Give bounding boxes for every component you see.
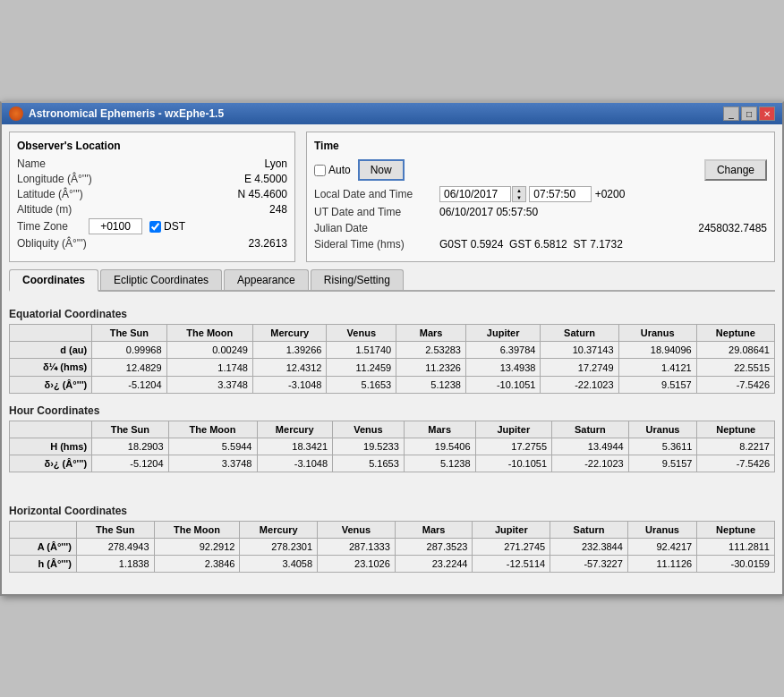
title-controls: _ □ ✕ [723, 106, 775, 121]
eq-col-empty [10, 325, 92, 342]
hr-row0-label: H (hms) [10, 438, 92, 455]
timezone-input[interactable] [89, 218, 142, 234]
sidereal-row: Sideral Time (hms) G0ST 0.5924 GST 6.581… [314, 238, 767, 251]
hz-row0-uranus: 92.4217 [627, 539, 696, 556]
hz-col-empty [10, 522, 77, 539]
table-row: d (au) 0.99968 0.00249 1.39266 1.51740 2… [10, 342, 775, 359]
eq-row0-mars: 2.53283 [396, 342, 466, 359]
eq-row2-mars: 5.1238 [396, 377, 466, 394]
hr-row0-mars: 19.5406 [404, 438, 475, 455]
eq-row1-moon: 1.1748 [166, 359, 252, 377]
hr-col-mars: Mars [404, 421, 475, 438]
obs-name-row: Name Lyon [17, 157, 287, 170]
gst-label: GST [509, 238, 532, 251]
hr-row0-venus: 19.5233 [333, 438, 405, 455]
dst-checkbox[interactable] [149, 221, 161, 233]
obs-altitude-row: Altitude (m) 248 [17, 203, 287, 216]
st-label: ST [573, 238, 586, 251]
obs-altitude-label: Altitude (m) [17, 203, 269, 216]
tab-appearance[interactable]: Appearance [224, 269, 309, 290]
equatorial-title: Equatorial Coordinates [9, 308, 775, 320]
ut-row: UT Date and Time 06/10/2017 05:57:50 [314, 206, 767, 218]
hz-col-mercury: Mercury [240, 522, 318, 539]
auto-checkbox[interactable] [314, 165, 326, 176]
close-button[interactable]: ✕ [759, 106, 775, 121]
local-date-input[interactable] [439, 186, 511, 202]
hour-header-row: The Sun The Moon Mercury Venus Mars Jupi… [10, 421, 775, 438]
eq-row0-moon: 0.00249 [166, 342, 252, 359]
main-window: Astronomical Ephemeris - wxEphe-1.5 _ □ … [0, 101, 784, 596]
equatorial-section: Equatorial Coordinates The Sun The Moon … [9, 308, 775, 394]
obs-name-value: Lyon [264, 157, 287, 170]
date-up-btn[interactable]: ▲ [513, 187, 525, 194]
eq-col-moon: The Moon [166, 325, 252, 342]
date-down-btn[interactable]: ▼ [513, 194, 525, 201]
hr-row1-jupiter: -10.1051 [475, 455, 552, 472]
hr-col-venus: Venus [333, 421, 405, 438]
hz-row0-neptune: 111.2811 [697, 539, 775, 556]
hz-col-venus: Venus [318, 522, 396, 539]
eq-row2-saturn: -22.1023 [541, 377, 618, 394]
eq-row1-venus: 11.2459 [327, 359, 396, 377]
hour-title: Hour Coordinates [9, 404, 775, 417]
sidereal-label: Sideral Time (hms) [314, 238, 439, 251]
obs-latitude-label: Latitude (Â°''') [17, 188, 238, 200]
tab-rising-setting[interactable]: Rising/Setting [311, 269, 404, 290]
hr-row0-neptune: 8.2217 [697, 438, 775, 455]
eq-row2-jupiter: -10.1051 [465, 377, 540, 394]
hz-row1-uranus: 11.1126 [627, 556, 696, 573]
eq-row0-uranus: 18.94096 [618, 342, 696, 359]
table-row: h (Â°''') 1.1838 2.3846 3.4058 23.1026 2… [10, 556, 775, 573]
hz-row0-sun: 278.4943 [76, 539, 154, 556]
table-row: δ›¿ (Â°''') -5.1204 3.3748 -3.1048 5.165… [10, 377, 775, 394]
julian-label: Julian Date [314, 222, 439, 234]
now-button[interactable]: Now [358, 159, 405, 181]
hz-row0-venus: 287.1333 [318, 539, 396, 556]
maximize-button[interactable]: □ [741, 106, 757, 121]
spacer [9, 483, 775, 497]
eq-col-neptune: Neptune [696, 325, 774, 342]
hour-table: The Sun The Moon Mercury Venus Mars Jupi… [9, 421, 775, 472]
eq-row1-sun: 12.4829 [92, 359, 166, 377]
auto-checkbox-label[interactable]: Auto [314, 164, 351, 176]
app-icon [9, 106, 23, 121]
eq-col-mars: Mars [396, 325, 466, 342]
local-time-input[interactable] [529, 186, 592, 202]
hz-row1-mercury: 3.4058 [240, 556, 318, 573]
eq-row2-venus: 5.1653 [327, 377, 396, 394]
change-button[interactable]: Change [704, 159, 767, 181]
hz-col-saturn: Saturn [550, 522, 628, 539]
hz-row1-mars: 23.2244 [395, 556, 473, 573]
hz-col-moon: The Moon [154, 522, 240, 539]
minimize-button[interactable]: _ [723, 106, 739, 121]
eq-row2-mercury: -3.1048 [252, 377, 326, 394]
title-bar: Astronomical Ephemeris - wxEphe-1.5 _ □ … [2, 103, 782, 124]
hz-row0-label: A (Â°''') [10, 539, 77, 556]
eq-row1-jupiter: 13.4938 [465, 359, 540, 377]
gost-value: 0.5924 [471, 238, 504, 251]
horizontal-table: The Sun The Moon Mercury Venus Mars Jupi… [9, 521, 775, 573]
ut-value: 06/10/2017 05:57:50 [439, 206, 538, 218]
hz-row0-jupiter: 271.2745 [473, 539, 550, 556]
hz-row1-jupiter: -12.5114 [473, 556, 550, 573]
observer-title: Observer's Location [17, 140, 287, 152]
eq-col-sun: The Sun [92, 325, 166, 342]
time-control-row: Auto Now Change [314, 159, 767, 181]
hr-row1-moon: 3.3748 [168, 455, 257, 472]
eq-row0-saturn: 10.37143 [541, 342, 618, 359]
horizontal-title: Horizontal Coordinates [9, 505, 775, 517]
eq-row1-mercury: 12.4312 [252, 359, 326, 377]
hr-col-saturn: Saturn [552, 421, 629, 438]
tab-coordinates[interactable]: Coordinates [9, 269, 98, 292]
hr-row1-saturn: -22.1023 [552, 455, 629, 472]
date-spinner[interactable]: ▲ ▼ [512, 186, 526, 202]
hz-col-jupiter: Jupiter [473, 522, 550, 539]
obs-obliquity-row: Obliquity (Â°''') 23.2613 [17, 237, 287, 250]
eq-row0-jupiter: 6.39784 [465, 342, 540, 359]
eq-row0-venus: 1.51740 [327, 342, 396, 359]
hr-row0-saturn: 13.4944 [552, 438, 629, 455]
tab-ecliptic[interactable]: Ecliptic Coordinates [100, 269, 222, 290]
eq-row0-neptune: 29.08641 [696, 342, 774, 359]
obs-longitude-label: Longitude (Â°''') [17, 173, 244, 185]
eq-row1-neptune: 22.5515 [696, 359, 774, 377]
